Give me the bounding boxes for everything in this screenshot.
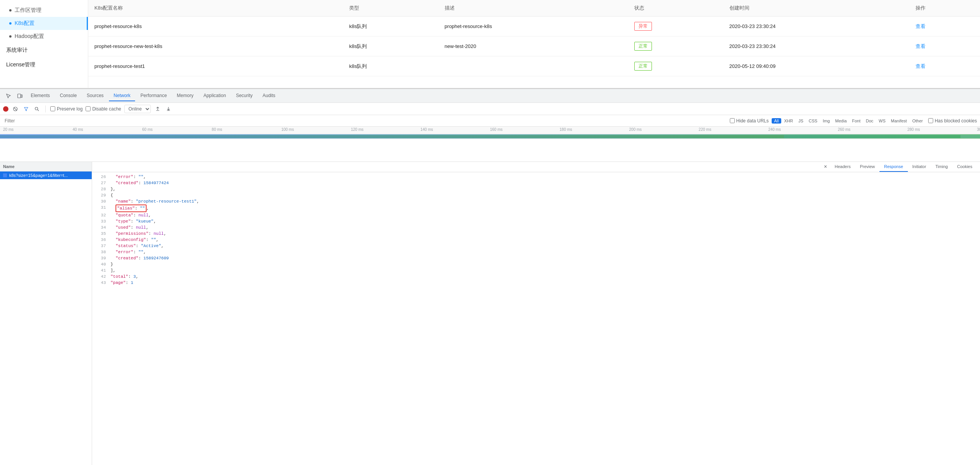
upload-icon[interactable] [154,105,162,113]
filter-input[interactable] [3,117,727,124]
code-view: 26 "error": "",27 "created": 15849774242… [92,172,980,465]
filter-type-other[interactable]: Other [910,118,925,124]
cell-status: 异常 [628,16,723,36]
devtools-tab-security[interactable]: Security [231,91,257,101]
table-container: K8s配置名称 类型 描述 状态 创建时间 操作 prophet-resourc… [88,0,980,76]
timeline-label: 80 ms [212,127,222,132]
code-line: 33 "type": "kueue", [92,218,980,224]
response-tab-response[interactable]: Response [879,162,908,172]
sidebar-item-workspace[interactable]: 工作区管理 [0,4,88,17]
devtools-tab-bar: ElementsConsoleSourcesNetworkPerformance… [0,89,980,103]
response-tab-initiator[interactable]: Initiator [908,162,931,172]
code-line: 32 "quota": null, [92,212,980,218]
cell-action[interactable]: 查看 [909,16,980,36]
cursor-icon[interactable] [3,91,14,101]
search-icon[interactable] [33,105,41,113]
devtools-tab-performance[interactable]: Performance [136,91,172,101]
device-icon[interactable] [15,91,25,101]
status-badge: 异常 [634,22,652,31]
sidebar-item-hadoop[interactable]: Hadoop配置 [0,30,88,43]
devtools-panel: ElementsConsoleSourcesNetworkPerformance… [0,88,980,465]
col-desc: 描述 [439,0,628,16]
cell-name: prophet-resource-test1 [88,56,343,76]
stop-icon[interactable] [12,105,19,113]
hide-data-urls-checkbox[interactable]: Hide data URLs [730,118,769,124]
devtools-tab-network[interactable]: Network [109,91,135,101]
col-status: 状态 [628,0,723,16]
cell-action[interactable]: 查看 [909,36,980,56]
preserve-log-checkbox[interactable]: Preserve log [50,106,82,112]
filter-type-font[interactable]: Font [850,118,863,124]
filter-type-media[interactable]: Media [833,118,849,124]
timeline-label: 60 ms [142,127,153,132]
name-panel: Name k8s?size=15&page=1&filter=t... [0,162,92,465]
table-row: prophet-resource-new-test-k8s k8s队列 new-… [88,36,980,56]
dot-icon [9,22,12,25]
line-number: 43 [95,280,106,286]
code-line: 41], [92,267,980,274]
filter-type-manifest[interactable]: Manifest [889,118,909,124]
filter-type-doc[interactable]: Doc [864,118,876,124]
status-badge: 正常 [634,62,652,71]
line-content: "kubeconfig": "", [111,237,977,243]
response-tab-cookies[interactable]: Cookies [952,162,977,172]
sidebar-item-k8s[interactable]: K8s配置 [0,17,88,30]
response-tab-headers[interactable]: Headers [830,162,855,172]
line-number: 41 [95,267,106,274]
filter-icon[interactable] [22,105,30,113]
response-tab-timing[interactable]: Timing [931,162,953,172]
svg-line-3 [14,107,17,110]
k8s-table: K8s配置名称 类型 描述 状态 创建时间 操作 prophet-resourc… [88,0,980,76]
status-badge: 正常 [634,42,652,51]
col-created: 创建时间 [723,0,909,16]
devtools-tab-sources[interactable]: Sources [82,91,108,101]
network-request-item[interactable]: k8s?size=15&page=1&filter=t... [0,171,92,179]
devtools-body: Name k8s?size=15&page=1&filter=t... × He… [0,162,980,465]
filter-type-css[interactable]: CSS [807,118,820,124]
sidebar-section-audit[interactable]: 系统审计 [0,43,88,58]
filter-type-ws[interactable]: WS [876,118,888,124]
timeline-label: 220 ms [699,127,711,132]
devtools-tab-memory[interactable]: Memory [172,91,198,101]
devtools-tab-console[interactable]: Console [55,91,81,101]
line-content: ], [111,267,977,274]
devtools-tab-audits[interactable]: Audits [258,91,280,101]
cell-action[interactable]: 查看 [909,56,980,76]
response-tab-preview[interactable]: Preview [855,162,879,172]
filter-type-img[interactable]: Img [820,118,832,124]
download-icon[interactable] [165,105,172,113]
blocked-cookies-checkbox[interactable]: Has blocked cookies [928,118,977,124]
line-number: 40 [95,261,106,267]
disable-cache-checkbox[interactable]: Disable cache [86,106,121,112]
view-link[interactable]: 查看 [916,23,926,29]
sidebar-section-license[interactable]: License管理 [0,58,88,72]
filter-type-all[interactable]: All [772,118,781,124]
code-line: 26 "error": "", [92,174,980,180]
timeline-label: 40 ms [73,127,83,132]
devtools-tab-application[interactable]: Application [199,91,231,101]
filter-row: Hide data URLs AllXHRJSCSSImgMediaFontDo… [0,115,980,127]
line-content: "type": "kueue", [111,218,977,224]
code-line: 39 "created": 1589247609 [92,255,980,261]
col-type: 类型 [343,0,439,16]
sidebar: 工作区管理 K8s配置 Hadoop配置 系统审计 License管理 [0,0,88,88]
throttle-select[interactable]: Online [124,105,151,113]
view-link[interactable]: 查看 [916,63,926,69]
devtools-tab-elements[interactable]: Elements [26,91,54,101]
timeline-labels: 20 ms40 ms60 ms80 ms100 ms120 ms140 ms16… [3,127,977,134]
line-content: "error": "", [111,174,977,180]
cell-name: prophet-resource-k8s [88,16,343,36]
filter-type-js[interactable]: JS [796,118,806,124]
line-number: 30 [95,198,106,204]
timeline-label: 260 ms [838,127,850,132]
code-line: 35 "permissions": null, [92,231,980,237]
filter-type-xhr[interactable]: XHR [782,118,795,124]
view-link[interactable]: 查看 [916,43,926,49]
timeline-label: 120 ms [351,127,363,132]
close-button[interactable]: × [821,162,830,172]
code-line: 29{ [92,192,980,198]
record-button[interactable] [3,106,8,112]
line-number: 36 [95,237,106,243]
cell-type: k8s队列 [343,16,439,36]
col-name: K8s配置名称 [88,0,343,16]
